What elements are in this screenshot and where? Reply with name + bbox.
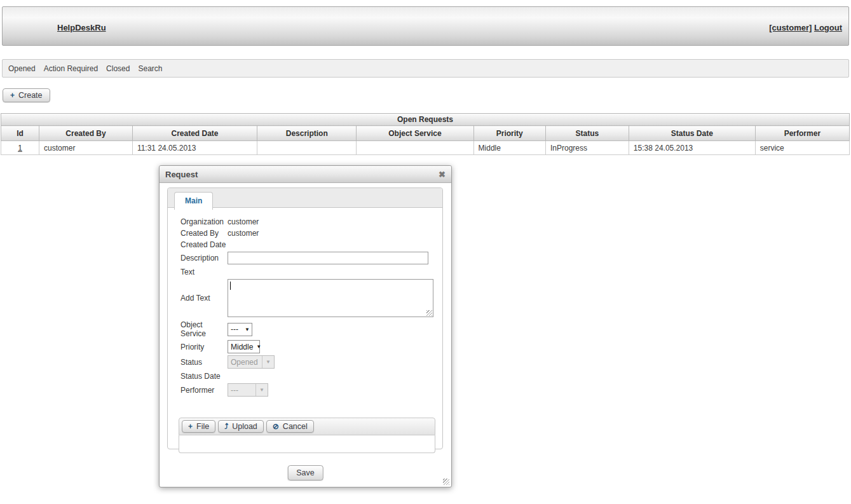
text-label: Text <box>180 268 228 276</box>
upload-button-label: Upload <box>232 422 257 431</box>
object-service-label: Object Service <box>180 320 228 338</box>
save-button-label: Save <box>296 468 315 477</box>
plus-icon: + <box>188 423 193 430</box>
priority-select[interactable]: Middle ▼ <box>228 340 260 353</box>
app-header: HelpDeskRu [customer] Logout <box>2 6 849 46</box>
priority-selected: Middle <box>231 343 253 351</box>
file-upload-widget: + File ⤴ Upload ⊘ Cancel <box>179 418 435 453</box>
cell-priority: Middle <box>473 141 545 155</box>
header-user-area: [customer] Logout <box>769 23 842 32</box>
table-title: Open Requests <box>1 113 850 125</box>
cell-created-by: customer <box>39 141 133 155</box>
status-select: Opened ▼ <box>228 355 275 369</box>
dialog-resize-handle[interactable] <box>443 479 449 485</box>
nav-item-closed[interactable]: Closed <box>106 64 130 73</box>
add-text-textarea[interactable] <box>228 279 433 317</box>
created-date-label: Created Date <box>180 240 228 249</box>
performer-select: --- ▼ <box>228 383 268 397</box>
column-header-created-by: Created By <box>39 126 133 141</box>
chevron-down-icon: ▼ <box>266 359 271 365</box>
save-button[interactable]: Save <box>287 465 323 480</box>
column-header-description: Description <box>257 126 357 141</box>
nav-bar: Opened Action Required Closed Search <box>2 59 849 78</box>
nav-item-search[interactable]: Search <box>138 64 162 73</box>
request-form: Organization customer Created By custome… <box>168 208 442 453</box>
status-selected: Opened <box>231 358 258 367</box>
chevron-down-box: ▼ <box>255 384 268 396</box>
column-header-id: Id <box>1 126 39 141</box>
object-service-selected: --- <box>231 325 238 334</box>
column-header-created-date: Created Date <box>132 126 257 141</box>
create-button[interactable]: + Create <box>3 88 50 102</box>
brand-link[interactable]: HelpDeskRu <box>57 23 106 32</box>
add-text-wrap <box>228 279 433 317</box>
nav-item-opened[interactable]: Opened <box>8 64 36 73</box>
cell-description <box>257 141 357 155</box>
description-label: Description <box>180 254 228 262</box>
upload-dropzone[interactable] <box>179 435 435 453</box>
description-input[interactable] <box>228 252 428 264</box>
organization-label: Organization <box>180 217 228 226</box>
dialog-titlebar[interactable]: Request ✖ <box>160 166 451 183</box>
column-header-status-date: Status Date <box>629 126 755 141</box>
cell-performer: service <box>755 141 849 155</box>
column-header-object-service: Object Service <box>357 126 473 141</box>
upload-toolbar: + File ⤴ Upload ⊘ Cancel <box>179 418 435 435</box>
created-by-label: Created By <box>180 229 228 238</box>
object-service-select[interactable]: --- ▼ <box>228 323 252 336</box>
organization-value: customer <box>228 217 259 226</box>
tab-strip: Main <box>168 188 442 208</box>
column-header-status: Status <box>546 126 629 141</box>
plus-icon: + <box>10 92 15 99</box>
nav-item-action-required[interactable]: Action Required <box>44 64 98 73</box>
performer-label: Performer <box>180 386 228 395</box>
textarea-resize-grip[interactable] <box>426 310 432 316</box>
close-icon[interactable]: ✖ <box>439 170 446 179</box>
column-header-priority: Priority <box>473 126 545 141</box>
cell-status-date: 15:38 24.05.2013 <box>629 141 755 155</box>
upload-arrow-icon: ⤴ <box>224 423 228 430</box>
dialog-title: Request <box>165 170 439 179</box>
cancel-button[interactable]: ⊘ Cancel <box>266 420 314 433</box>
created-by-value: customer <box>228 229 259 238</box>
priority-label: Priority <box>180 343 228 351</box>
logout-link[interactable]: Logout <box>814 23 842 32</box>
tab-panel: Main Organization customer Created By cu… <box>167 187 443 449</box>
add-text-label: Add Text <box>180 294 228 303</box>
create-button-label: Create <box>18 91 43 100</box>
cell-created-date: 11:31 24.05.2013 <box>132 141 257 155</box>
chevron-down-icon: ▼ <box>259 387 264 393</box>
table-row: 1 customer 11:31 24.05.2013 Middle InPro… <box>1 141 850 155</box>
text-cursor <box>230 282 231 290</box>
chevron-down-icon: ▼ <box>256 344 261 350</box>
tab-main[interactable]: Main <box>174 192 213 210</box>
status-date-label: Status Date <box>180 372 228 381</box>
request-dialog: Request ✖ Main Organization customer Cre… <box>159 165 452 487</box>
cell-status: InProgress <box>546 141 629 155</box>
file-button-label: File <box>196 422 209 431</box>
chevron-down-icon: ▼ <box>245 327 250 332</box>
cancel-slash-icon: ⊘ <box>273 423 279 430</box>
column-header-performer: Performer <box>755 126 849 141</box>
cancel-button-label: Cancel <box>283 422 308 431</box>
file-button[interactable]: + File <box>182 420 215 433</box>
table-header-row: Id Created By Created Date Description O… <box>1 126 850 141</box>
user-link[interactable]: [customer] <box>769 23 812 32</box>
status-label: Status <box>180 358 228 367</box>
request-id-link[interactable]: 1 <box>18 144 22 153</box>
requests-table: Open Requests Id Created By Created Date… <box>1 113 850 155</box>
chevron-down-box: ▼ <box>262 356 274 368</box>
performer-selected: --- <box>231 386 238 395</box>
cell-object-service <box>357 141 473 155</box>
upload-button[interactable]: ⤴ Upload <box>218 420 264 433</box>
